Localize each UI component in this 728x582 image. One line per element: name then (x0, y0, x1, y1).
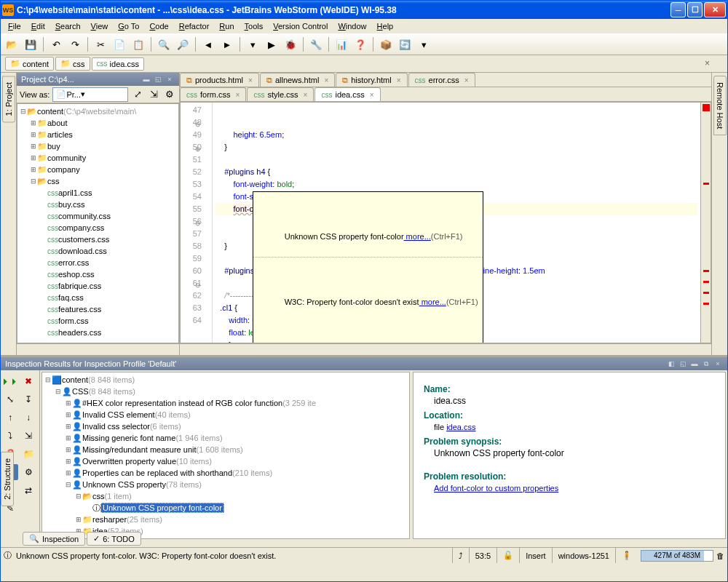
tab-close-icon[interactable]: × (464, 76, 469, 84)
vcs-button[interactable]: 📦 (378, 36, 394, 52)
tree-item[interactable]: ⊞👤 Invalid css selector (6 items) (44, 420, 408, 432)
tree-toggle-icon[interactable]: ⊟ (29, 178, 37, 185)
detail-location-link[interactable]: idea.css (446, 423, 475, 431)
structure-tool-tab[interactable]: 2: Structure (1, 452, 14, 506)
inspection-tree[interactable]: ⊟🟦 content (8 848 items)⊟👤 CSS (8 848 it… (41, 372, 410, 539)
code-line-48[interactable]: } (215, 141, 697, 154)
editor-gutter[interactable]: 4748⊖4950⊕515253545556⊖5758596061⊖626364 (181, 103, 213, 343)
group-by-icon[interactable]: 📁 (20, 446, 36, 462)
menu-view[interactable]: View (87, 20, 113, 32)
tree-toggle-icon[interactable]: ⊞ (64, 411, 72, 418)
tree-toggle-icon[interactable]: ⊞ (64, 399, 72, 407)
tree-item[interactable]: ⊞📁 company (19, 164, 177, 175)
tree-item[interactable]: css error.css (19, 257, 177, 268)
autoscroll-icon[interactable]: ⤵ (2, 428, 18, 444)
cut-button[interactable]: ✂ (92, 36, 108, 52)
detail-resolution-link[interactable]: Add font-color to custom properties (434, 484, 558, 493)
view-as-combo[interactable]: 📄 Pr... ▾ (52, 87, 128, 102)
rerun-icon[interactable]: ⏵⏵ (2, 373, 18, 389)
open-button[interactable]: 📂 (4, 36, 20, 52)
tree-toggle-icon[interactable]: ⊞ (29, 119, 37, 127)
tree-item[interactable]: css faq.css (19, 292, 177, 303)
next-icon[interactable]: ↓ (20, 410, 36, 426)
editor-tab-style.css[interactable]: cssstyle.css× (247, 87, 314, 101)
tree-item[interactable]: ⊞📁 buy (19, 140, 177, 152)
tree-toggle-icon[interactable]: ⊞ (29, 154, 37, 162)
inspection-restore-icon[interactable]: ◱ (678, 359, 688, 369)
settings-button[interactable]: 🔧 (308, 36, 324, 52)
menu-code[interactable]: Code (145, 20, 173, 32)
fold-icon[interactable]: ⊖ (194, 218, 201, 225)
collapse-all-icon[interactable]: ⇲ (147, 88, 160, 101)
tree-item[interactable]: ⊞📁 community (19, 152, 177, 164)
forward-button[interactable]: ► (219, 36, 235, 52)
replace-button[interactable]: 🔎 (175, 36, 191, 52)
menu-tools[interactable]: Tools (240, 20, 268, 32)
tree-item[interactable]: ⊟📂 css (1 item) (44, 490, 408, 502)
statusbar-info-icon[interactable]: ⓘ (4, 550, 12, 561)
diff-icon[interactable]: ⇄ (20, 482, 36, 498)
close-results-icon[interactable]: ✖ (20, 373, 36, 389)
editor-tab-allnews.html[interactable]: ⧉allnews.html× (260, 73, 335, 87)
project-hscrollbar[interactable] (17, 343, 179, 355)
tree-item[interactable]: ⊞👤 Overwritten property value (10 items) (44, 455, 408, 467)
save-button[interactable]: 💾 (23, 36, 39, 52)
tree-item[interactable]: css buy.css (19, 199, 177, 210)
tree-toggle-icon[interactable]: ⊞ (29, 143, 37, 150)
status-position[interactable]: 53:5 (469, 548, 496, 563)
error-stripe[interactable] (700, 103, 711, 343)
menu-file[interactable]: File (4, 20, 25, 32)
tree-item[interactable]: ⊟🟦 content (8 848 items) (44, 374, 408, 386)
tab-close-icon[interactable]: × (248, 76, 253, 84)
tree-item[interactable]: ⊞👤 Invalid CSS element (40 items) (44, 409, 408, 420)
menu-search[interactable]: Search (51, 20, 85, 32)
error-stripe-mark[interactable] (703, 183, 709, 185)
tab-close-icon[interactable]: × (236, 91, 240, 99)
prev-icon[interactable]: ↑ (2, 410, 18, 426)
inspection-result-selected[interactable]: ⓘ Unknown CSS property font-color (44, 502, 408, 514)
tab-close-icon[interactable]: × (324, 76, 328, 84)
tree-item[interactable]: css fabrique.css (19, 280, 177, 292)
menu-version-control[interactable]: Version Control (269, 20, 332, 32)
tree-item[interactable]: css form.css (19, 315, 177, 327)
navbar-close-icon[interactable]: × (705, 58, 710, 68)
tree-item[interactable]: css april1.css (19, 187, 177, 199)
inspection-minimize-icon[interactable]: ▬ (689, 359, 700, 369)
tool-tab-inspection[interactable]: 🔍Inspection (23, 532, 85, 546)
paste-button[interactable]: 📋 (130, 36, 146, 52)
tab-close-icon[interactable]: × (304, 91, 308, 99)
tree-toggle-icon[interactable]: ⊞ (64, 423, 72, 430)
menu-refactor[interactable]: Refactor (175, 20, 214, 32)
code-line-50[interactable]: #plugins h4 { (215, 166, 697, 178)
run-button[interactable]: ▶ (264, 36, 280, 52)
window-maximize-button[interactable]: ☐ (687, 2, 703, 17)
editor-tab-error.css[interactable]: csserror.css× (408, 73, 475, 87)
window-close-button[interactable]: ✕ (704, 2, 726, 17)
memory-indicator[interactable]: 427M of 483M (641, 550, 713, 562)
help-button[interactable]: ❓ (352, 36, 368, 52)
tree-item[interactable]: css download.css (19, 245, 177, 257)
code-line-49[interactable] (215, 154, 697, 166)
back-button[interactable]: ◄ (200, 36, 216, 52)
error-stripe-mark[interactable] (703, 270, 709, 272)
undo-button[interactable]: ↶ (48, 36, 64, 52)
error-stripe-mark[interactable] (703, 303, 709, 305)
error-stripe-mark[interactable] (703, 292, 709, 294)
tree-toggle-icon[interactable]: ⊞ (64, 469, 72, 477)
tab-close-icon[interactable]: × (397, 76, 401, 84)
tree-toggle-icon[interactable]: ⊟ (44, 376, 52, 383)
tree-item[interactable]: ⊟📂 css (19, 175, 177, 187)
breadcrumb-content[interactable]: 📁content (5, 57, 54, 71)
editor-tab-history.html[interactable]: ⧉history.html× (336, 73, 407, 87)
tree-toggle-icon[interactable]: ⊟ (74, 493, 82, 500)
menu-run[interactable]: Run (215, 20, 238, 32)
status-inspector-icon[interactable]: 🧍 (615, 548, 638, 563)
panel-minimize-icon[interactable]: ▬ (141, 74, 151, 84)
tree-toggle-icon[interactable]: ⊞ (29, 166, 37, 173)
expand-icon[interactable]: ⤡ (2, 391, 18, 407)
breadcrumb-idea.css[interactable]: cssidea.css (92, 57, 144, 71)
fold-icon[interactable]: ⊖ (194, 119, 201, 126)
tab-close-icon[interactable]: × (370, 91, 374, 99)
project-tool-tab[interactable]: 1: Project (2, 76, 15, 122)
tool-tab-todo[interactable]: ✓6: TODO (87, 532, 141, 546)
